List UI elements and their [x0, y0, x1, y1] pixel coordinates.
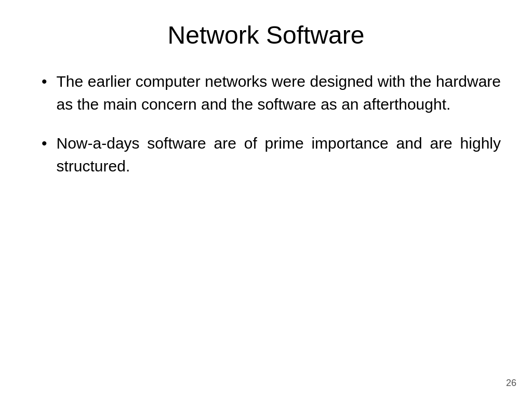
bullet-dot: •: [42, 132, 47, 155]
list-item: • Now-a-days software are of prime impor…: [42, 132, 501, 177]
bullet-dot: •: [42, 70, 47, 93]
bullet-text-2: Now-a-days software are of prime importa…: [57, 132, 501, 177]
slide-title: Network Software: [31, 21, 501, 49]
bullet-list: • The earlier computer networks were des…: [42, 70, 501, 194]
list-item: • The earlier computer networks were des…: [42, 70, 501, 115]
bullet-text-1: The earlier computer networks were desig…: [57, 70, 501, 115]
slide-number: 26: [506, 378, 516, 389]
slide-container: Network Software • The earlier computer …: [0, 0, 532, 399]
